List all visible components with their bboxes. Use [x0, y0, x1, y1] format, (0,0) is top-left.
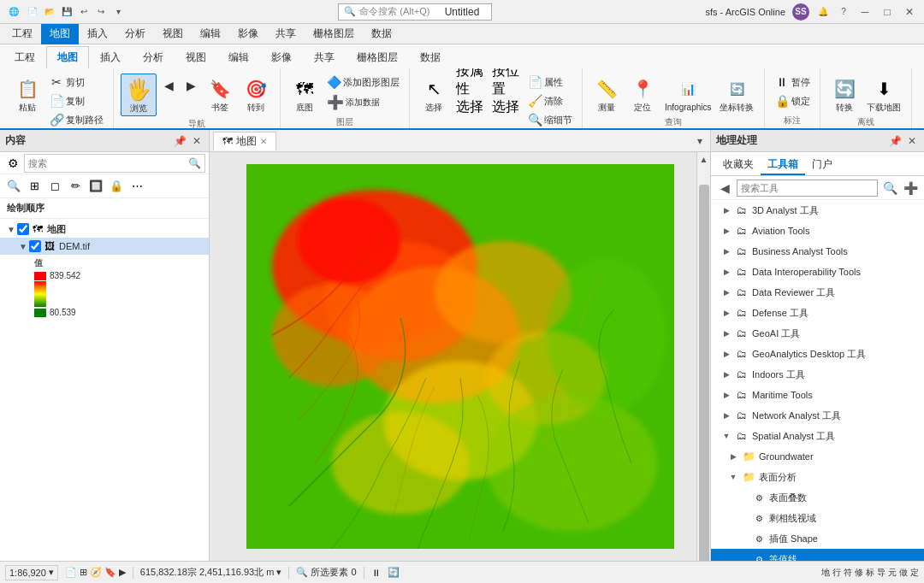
pause-label-button[interactable]: ⏸ 暂停 [772, 74, 813, 91]
tool-network-analyst[interactable]: ▶ 🗂 Network Analyst 工具 [711, 405, 924, 426]
menu-item-共享[interactable]: 共享 [267, 24, 305, 44]
status-nav-3[interactable]: 修 [855, 567, 863, 579]
clear-selection-button[interactable]: 🧹 清除 [524, 92, 575, 109]
new-icon[interactable]: 📄 [26, 5, 39, 19]
layer-type-4-icon[interactable]: 🔲 [87, 178, 104, 195]
add-data-button[interactable]: ➕ 添加数据 [323, 92, 402, 112]
ribbon-tab-影像[interactable]: 影像 [260, 46, 303, 68]
status-nav-6[interactable]: 元 [888, 567, 897, 579]
ribbon-tab-special-栅格图层[interactable]: 栅格图层 [346, 46, 409, 68]
locate-button[interactable]: 📍 定位 [625, 74, 660, 115]
download-map-button[interactable]: ⬇ 下载地图 [863, 74, 904, 115]
tool-indoors[interactable]: ▶ 🗂 Indoors 工具 [711, 364, 924, 385]
status-nav-map[interactable]: 地 [821, 567, 830, 579]
tool-interpolate-shape[interactable]: ⚙ 插值 Shape [711, 528, 924, 549]
tool-aviation[interactable]: ▶ 🗂 Aviation Tools [711, 221, 924, 241]
tool-business-analyst[interactable]: ▶ 🗂 Business Analyst Tools [711, 241, 924, 262]
ribbon-tab-分析[interactable]: 分析 [132, 46, 175, 68]
geo-search-button[interactable]: 🔍 [881, 180, 898, 197]
tool-spatial-analyst[interactable]: ▼ 🗂 Spatial Analyst 工具 [711, 426, 924, 446]
ribbon-tab-地图[interactable]: 地图 [46, 46, 89, 68]
back-button[interactable]: ◀ [158, 77, 179, 94]
bell-icon[interactable]: 🔔 [816, 5, 830, 19]
maximize-button[interactable]: □ [880, 4, 895, 20]
grid-icon[interactable]: ⊞ [80, 567, 87, 578]
tool-surface-analysis[interactable]: ▼ 📁 表面分析 [711, 467, 924, 487]
menu-item-影像[interactable]: 影像 [229, 24, 267, 44]
close-panel-button[interactable]: ✕ [190, 134, 204, 148]
convert-button[interactable]: 🔄 转换 [827, 74, 862, 115]
browse-button[interactable]: 🖐 浏览 [121, 74, 157, 116]
geoprocessing-close-button[interactable]: ✕ [905, 134, 919, 148]
layer-type-1-icon[interactable]: ⊞ [26, 178, 43, 195]
tool-viewshed[interactable]: ⚙ 剩相线视域 [711, 508, 924, 528]
forward-button[interactable]: ▶ [181, 77, 201, 94]
select-by-attr-button[interactable]: 按属性选择 [453, 74, 487, 104]
status-nav-1[interactable]: 行 [832, 567, 841, 579]
coord-transform-button[interactable]: 🔄 坐标转换 [716, 74, 757, 115]
add-graphics-button[interactable]: 🔷 添加图形图层 [323, 74, 402, 91]
map-expand-icon[interactable]: ▼ [5, 223, 17, 235]
bookmark-status-icon[interactable]: 🔖 [104, 567, 116, 578]
goto-button[interactable]: 🎯 转到 [239, 74, 273, 115]
ribbon-tab-视图[interactable]: 视图 [175, 46, 217, 68]
map-container[interactable]: ▲ ▼ [210, 152, 710, 561]
basemap-button[interactable]: 🗺 底图 [287, 74, 322, 115]
layer-type-5-icon[interactable]: 🔒 [108, 178, 125, 195]
status-nav-4[interactable]: 标 [866, 567, 874, 579]
dem-expand-icon[interactable]: ▼ [17, 240, 29, 252]
geo-search-input[interactable] [741, 183, 874, 193]
map-tab[interactable]: 🗺 地图 ✕ [213, 132, 276, 150]
redo-icon[interactable]: ↪ [94, 5, 108, 19]
menu-item-视图[interactable]: 视图 [154, 24, 192, 44]
minimize-button[interactable]: ─ [857, 4, 873, 20]
menu-item-编辑[interactable]: 编辑 [192, 24, 229, 44]
map-tab-close[interactable]: ✕ [260, 137, 267, 146]
ribbon-tab-编辑[interactable]: 编辑 [217, 46, 260, 68]
filter-tool[interactable]: ⚙ [3, 154, 22, 173]
tab-toolbox[interactable]: 工具箱 [761, 156, 805, 175]
menu-item-分析[interactable]: 分析 [116, 24, 154, 44]
tool-surface-params[interactable]: ⚙ 表面叠数 [711, 487, 924, 508]
open-icon[interactable]: 📂 [43, 5, 56, 19]
tree-item-map[interactable]: ▼ 🗺 地图 [0, 221, 209, 238]
save-icon[interactable]: 💾 [60, 5, 74, 19]
layer-type-2-icon[interactable]: ◻ [46, 178, 63, 195]
tool-contour[interactable]: ⚙ 等值线 [711, 549, 924, 561]
play-icon[interactable]: ▶ [119, 567, 126, 578]
copy-path-button[interactable]: 🔗 复制路径 [46, 111, 106, 128]
menu-item-插入[interactable]: 插入 [79, 24, 116, 44]
map-vertical-scrollbar[interactable]: ▲ ▼ [696, 152, 710, 561]
ribbon-tab-special-数据[interactable]: 数据 [409, 46, 452, 68]
tool-defense[interactable]: ▶ 🗂 Defense 工具 [711, 303, 924, 323]
select-button[interactable]: ↖ 选择 [417, 74, 451, 115]
tree-item-dem[interactable]: ▼ 🖼 DEM.tif [0, 238, 209, 255]
bookmark-button[interactable]: 🔖 书签 [203, 74, 237, 115]
search-panel[interactable]: 🔍 [24, 154, 205, 173]
pin-panel-button[interactable]: 📌 [173, 134, 187, 148]
layer-type-0-icon[interactable]: 🔍 [5, 178, 22, 195]
geo-back-button[interactable]: ◀ [716, 180, 733, 197]
menu-item-工程[interactable]: 工程 [3, 24, 41, 44]
zoom-to-button[interactable]: 🔍 缩细节 [524, 111, 575, 128]
tool-geoai[interactable]: ▶ 🗂 GeoAI 工具 [711, 323, 924, 344]
measure-button[interactable]: 📏 测量 [589, 74, 624, 115]
tool-data-reviewer[interactable]: ▶ 🗂 Data Reviewer 工具 [711, 282, 924, 303]
scroll-up-arrow[interactable]: ▲ [697, 152, 711, 166]
refresh-status[interactable]: 🔄 [388, 567, 400, 578]
ribbon-tab-共享[interactable]: 共享 [303, 46, 346, 68]
scroll-thumb[interactable] [699, 185, 709, 561]
status-nav-8[interactable]: 定 [910, 567, 919, 579]
tool-geoanalytics[interactable]: ▶ 🗂 GeoAnalytics Desktop 工具 [711, 344, 924, 364]
cut-button[interactable]: ✂ 剪切 [46, 74, 106, 91]
ribbon-tab-工程[interactable]: 工程 [3, 46, 46, 68]
tab-favorites[interactable]: 收藏夹 [716, 156, 761, 175]
user-avatar[interactable]: SS [792, 3, 809, 21]
scale-selector[interactable]: 1:86,920 ▾ [5, 565, 58, 580]
undo-icon[interactable]: ↩ [77, 5, 91, 19]
layer-more-icon[interactable]: ⋯ [128, 178, 145, 195]
geoprocessing-pin-button[interactable]: 📌 [888, 134, 902, 148]
status-nav-7[interactable]: 做 [899, 567, 908, 579]
map-checkbox[interactable] [17, 223, 29, 235]
tool-3d-analyst[interactable]: ▶ 🗂 3D Analyst 工具 [711, 200, 924, 221]
